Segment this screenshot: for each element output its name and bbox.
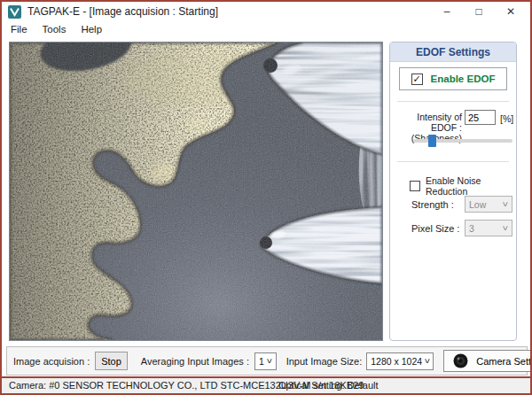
maximize-icon[interactable]: □ (463, 3, 495, 20)
pixel-size-dropdown[interactable]: 3 ∨ (465, 220, 512, 236)
strength-dropdown[interactable]: Low ∨ (465, 196, 512, 213)
enable-edof-label: Enable EDOF (431, 74, 496, 84)
image-size-value: 1280 x 1024 (371, 356, 422, 367)
menu-file[interactable]: File (11, 24, 27, 35)
menu-bar: File Tools Help (2, 21, 530, 37)
stop-button[interactable]: Stop (95, 352, 128, 370)
separator (397, 101, 509, 102)
slider-handle[interactable] (428, 135, 436, 147)
status-bar: Camera: #0 SENSOR TECHNOLOGY CO., LTD ST… (2, 376, 530, 393)
noise-label: Enable Noise Reduction (426, 175, 516, 197)
pixel-size-label: Pixel Size : (411, 223, 459, 234)
chevron-down-icon: ∨ (502, 200, 510, 208)
close-icon[interactable]: ✕ (495, 3, 527, 20)
title-bar: TAGPAK-E - [Image acquision : Starting] … (2, 2, 530, 21)
menu-tools[interactable]: Tools (43, 24, 66, 35)
app-icon (8, 5, 21, 19)
enable-edof-checkbox-icon[interactable]: ✓ (411, 74, 423, 85)
averaging-value: 1 (259, 356, 264, 367)
camera-settings-button[interactable]: Camera Settings... (443, 350, 532, 372)
image-size-dropdown[interactable]: 1280 x 1024 ∨ (366, 352, 434, 370)
image-size-label: Input Image Size: (286, 356, 363, 367)
separator (397, 161, 509, 162)
edof-panel-title: EDOF Settings (390, 43, 516, 62)
acquisition-toolbar: Image acquision : Stop Averaging Input I… (6, 346, 528, 376)
chevron-down-icon: ∨ (424, 357, 432, 365)
strength-label: Strength : (411, 199, 454, 210)
noise-checkbox-icon[interactable] (410, 181, 420, 191)
pixel-size-value: 3 (469, 223, 474, 234)
micrograph (10, 43, 382, 340)
menu-help[interactable]: Help (81, 24, 102, 35)
noise-reduction-row[interactable]: Enable Noise Reduction (410, 175, 516, 197)
intensity-slider[interactable] (413, 135, 512, 147)
camera-lens-icon (453, 353, 468, 368)
micrograph-view (9, 42, 383, 341)
averaging-label: Averaging Input Images : (141, 356, 249, 367)
app-window: TAGPAK-E - [Image acquision : Starting] … (0, 0, 532, 395)
acquisition-label: Image acquision : (13, 356, 90, 367)
window-title: TAGPAK-E - [Image acquision : Starting] (27, 5, 218, 18)
status-optical-setting: Optical Setting: Default (278, 380, 379, 391)
intensity-unit-label: [%] (500, 113, 513, 124)
enable-edof-group[interactable]: ✓ Enable EDOF (399, 67, 507, 90)
edof-settings-panel: EDOF Settings ✓ Enable EDOF Intensity of… (389, 42, 517, 341)
averaging-dropdown[interactable]: 1 ∨ (254, 352, 277, 370)
strength-value: Low (469, 199, 486, 210)
chevron-down-icon: ∨ (502, 224, 510, 232)
minimize-icon[interactable]: – (431, 3, 463, 20)
chevron-down-icon: ∨ (265, 357, 273, 365)
intensity-input[interactable] (465, 110, 496, 125)
